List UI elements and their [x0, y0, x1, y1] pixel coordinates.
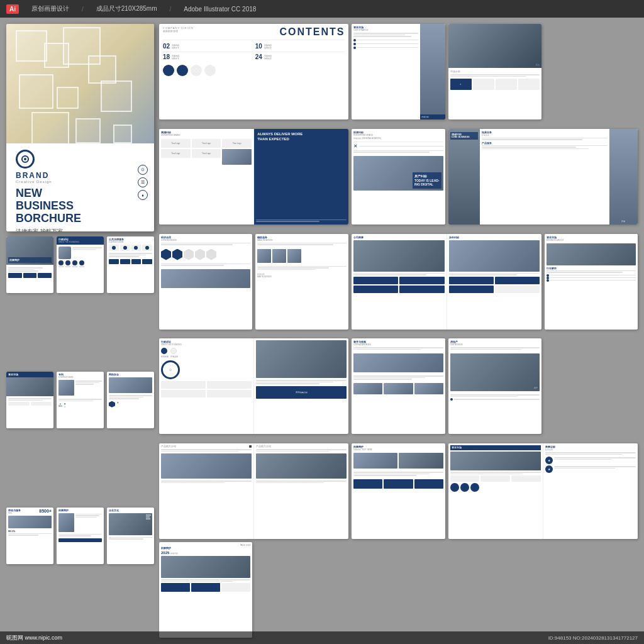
page-patent-small: 专利 CONTENT HERE ▲85% ◆△: [57, 372, 104, 428]
page-culture-small: 企业文化: [107, 508, 154, 564]
label-software: Adobe Illustrator CC 2018: [184, 6, 256, 13]
page-investment-dispute: 投资纠纷 ENTERPRISE BRAND 高端设备 (GENERAL AVIA…: [352, 129, 445, 225]
cover-sub-text: Creative Design: [16, 180, 145, 184]
bottom-row-2: 资本市场 专利 CONTENT HERE: [6, 372, 154, 502]
page-merger: 兼并与收购 OUR ADVANTAGES: [352, 338, 445, 434]
page-public-legal-small: 公共法律服务 CONTENT HERE: [107, 236, 154, 293]
cover-content: BRAND Creative Design NEW BUSINESS BORCH…: [6, 143, 154, 231]
divider-1: /: [82, 6, 84, 13]
cover-icon-1: ⊙: [138, 165, 148, 175]
page-cybersecurity-small: 网络安全 ◉: [107, 372, 154, 428]
page-criminal-2-small: 刑事辩护: [57, 508, 104, 564]
label-size: 成品尺寸210X285mm: [96, 4, 157, 13]
page-contents: COMPANY VISION 策展财富管理 CONTENTS 02 页面内容说明…: [159, 24, 348, 119]
page-capital-layout: 资本市场 BUSINESS LAYOUT 行业解析: [545, 234, 638, 330]
ai-logo: Ai: [6, 4, 19, 14]
page-criminal-defense: 刑事辩护 刑事辩护 TEXT HERE: [352, 443, 445, 539]
cover-brand-text: BRAND: [16, 171, 145, 180]
page-capital-market-small: 资本市场: [6, 372, 53, 428]
page-admin-litigation: 行政诉讼 SINCE THE FOUNDING 经营发展 开展业务: [159, 338, 348, 434]
cover-title: NEW BUSINESS BORCHURE: [16, 187, 145, 225]
right-column: COMPANY VISION 策展财富管理 CONTENTS 02 页面内容说明…: [159, 24, 638, 638]
watermark-bar: 昵图网 www.nipic.com ID:948153 NO:202403281…: [0, 631, 644, 644]
bottom-row-3: 劳动与服务 95% 8500+ 98.5% 刑事辩护: [6, 508, 154, 638]
page-labor-services-small: 劳动与服务 95% 8500+ 98.5%: [6, 508, 53, 564]
page-real-estate: 房地产 OUR MISSION 房产: [448, 338, 541, 434]
page-dequan-service: 德权选务 MALE IN DESIGN 拓展业务MAY IN DESIGN: [255, 234, 348, 330]
page-capital-market: 资本市场 OUR STRATEGY: [352, 24, 445, 119]
page-divorce-brand: 离婚纠纷 ENTERPRISE BRAND Your Logo Your Log…: [159, 129, 348, 225]
watermark-id: ID:948153 NO:20240328131341772127: [548, 635, 638, 641]
cover-icon-3: ♦: [138, 190, 148, 200]
page-criminal-2: PAGE 21/53 刑事辩护 2025 发展历程: [159, 542, 252, 638]
label-original: 原创画册设计: [31, 4, 69, 13]
cover-icon-2: ☰: [138, 177, 148, 187]
top-bar: Ai 原创画册设计 / 成品尺寸210X285mm / Adobe Illust…: [0, 0, 644, 18]
watermark-site: 昵图网 www.nipic.com: [6, 634, 62, 642]
main-container: BRAND Creative Design NEW BUSINESS BORCH…: [0, 18, 644, 644]
bottom-row: 刑事辩护 行政诉讼 SINCE T: [6, 236, 154, 367]
cover-background: [6, 24, 154, 162]
cover-tagline: 法律专家·护航万家: [16, 228, 145, 231]
page-develop-business: 德诚纠纷CORE BUSINESS 拓展业务 扩展业务 产品服务: [448, 129, 638, 225]
divider-2: /: [169, 6, 171, 13]
page-criminal-defense-small: 刑事辩护: [6, 236, 53, 293]
page-economic-contract: 经济合同 CORE BUSINESS: [159, 234, 252, 330]
page-admin-litigation-small: 行政诉讼 SINCE THE FOUNDING: [57, 236, 104, 293]
page-photo-justice: 正义 市场分析 ✕: [448, 24, 541, 119]
page-shishi-capital: 资本市场 商: [448, 443, 638, 539]
page-product-intro: 产品能力介绍 ⬛ 产品能力介绍: [159, 443, 348, 539]
cover-logo-circle: [16, 150, 35, 169]
left-column: BRAND Creative Design NEW BUSINESS BORCH…: [6, 24, 154, 638]
cover-icons: ⊙ ☰ ♦: [138, 165, 148, 200]
contents-title: CONTENTS: [279, 26, 345, 38]
cover-page: BRAND Creative Design NEW BUSINESS BORCH…: [6, 24, 154, 231]
page-company-foreign: 公司商事 涉外纠纷: [352, 234, 541, 330]
